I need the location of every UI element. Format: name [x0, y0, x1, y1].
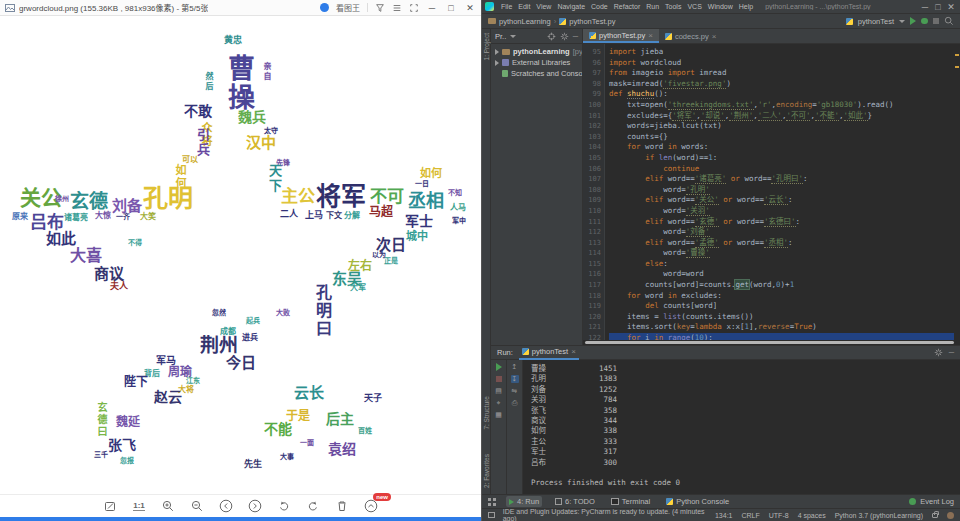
breadcrumb-project[interactable]: pythonLearning — [499, 17, 551, 26]
stop-button[interactable] — [496, 376, 502, 382]
filter-icon[interactable] — [375, 3, 385, 13]
run-console-output[interactable]: 曹操1451孔明1383刘备1252关羽784张飞358商议344如何338主公… — [523, 360, 960, 494]
maximize-button[interactable]: □ — [932, 0, 944, 14]
soft-wrap-icon[interactable]: ⇋ — [511, 387, 519, 395]
close-button[interactable]: ✕ — [945, 0, 957, 14]
lock-icon[interactable] — [932, 513, 938, 518]
breadcrumb-file[interactable]: pythonTest.py — [569, 17, 615, 26]
code-line: def shuchu(): — [609, 89, 954, 100]
event-log-button[interactable]: Event Log — [909, 497, 954, 506]
clear-icon[interactable]: ▦ — [495, 411, 503, 419]
editor[interactable]: 9596979899100101102103104105106107108109… — [583, 44, 960, 345]
hide-panel-icon[interactable]: ─ — [573, 32, 578, 41]
horizontal-scrollbar[interactable] — [583, 340, 960, 345]
tree-item[interactable]: pythonLearning [pytho — [491, 46, 582, 57]
chevron-down-icon[interactable] — [510, 35, 516, 38]
menu-window[interactable]: Window — [705, 3, 736, 10]
status-segment[interactable]: UTF-8 — [769, 512, 789, 519]
run-button[interactable] — [910, 17, 916, 25]
tree-item[interactable]: Scratches and Console — [491, 68, 582, 79]
menu-refactor[interactable]: Refactor — [611, 3, 643, 10]
stop-button[interactable] — [933, 18, 939, 24]
close-button[interactable]: ✕ — [464, 1, 476, 15]
up-stack-icon[interactable]: ↥ — [511, 363, 519, 371]
close-icon[interactable]: × — [571, 347, 576, 356]
menu-icon[interactable] — [392, 3, 402, 13]
toolwindow-button-4-run[interactable]: 4: Run — [506, 496, 542, 507]
tree-item[interactable]: External Libraries — [491, 57, 582, 68]
line-number: 113 — [583, 238, 601, 249]
stripe-structure-label[interactable]: 7: Structure — [483, 396, 490, 430]
wordcloud-word: 如此 — [46, 232, 76, 247]
maximize-button[interactable]: □ — [445, 1, 457, 15]
close-icon[interactable]: × — [648, 31, 653, 40]
wordcloud-word: 不敢 — [184, 104, 212, 118]
menu-vcs[interactable]: VCS — [684, 3, 704, 10]
editor-tab-pythonTest.py[interactable]: pythonTest.py× — [583, 29, 659, 43]
search-icon[interactable] — [944, 16, 954, 26]
line-number: 100 — [583, 100, 601, 111]
rotate-left-icon[interactable] — [276, 498, 292, 514]
down-stack-icon[interactable]: ↧ — [511, 375, 519, 383]
viewer-titlebar: grwordcloud.png (155.36KB , 981x936像素) -… — [0, 0, 481, 16]
toolwindow-button-terminal[interactable]: Terminal — [608, 496, 653, 507]
print-icon[interactable]: ⎙ — [511, 399, 519, 407]
menu-tools[interactable]: Tools — [662, 3, 684, 10]
status-segment[interactable]: 134:1 — [715, 512, 733, 519]
status-segment[interactable]: CRLF — [742, 512, 760, 519]
status-message[interactable]: IDE and Plugin Updates: PyCharm is ready… — [503, 508, 707, 521]
menu-file[interactable]: File — [498, 3, 515, 10]
line-number: 103 — [583, 132, 601, 143]
editor-code[interactable]: import jiebaimport wordcloudfrom imageio… — [605, 44, 954, 340]
expand-arrow-icon[interactable] — [495, 49, 499, 55]
edit-icon[interactable] — [102, 498, 118, 514]
stripe-project-label[interactable]: 1: Project — [483, 33, 490, 60]
project-panel-title[interactable]: Pr.. — [495, 32, 506, 41]
zoom-in-icon[interactable] — [160, 498, 176, 514]
stripe-favorites-label[interactable]: 2: Favorites — [483, 454, 490, 488]
wordcloud-word: 黄忠 — [224, 36, 242, 45]
fullscreen-icon[interactable] — [409, 3, 419, 13]
gear-icon[interactable] — [560, 32, 569, 41]
menu-run[interactable]: Run — [643, 3, 662, 10]
event-log-icon — [909, 498, 916, 505]
menu-edit[interactable]: Edit — [515, 3, 533, 10]
editor-tab-codecs.py[interactable]: codecs.py× — [659, 29, 722, 43]
run-config-select[interactable]: pythonTest — [858, 17, 894, 26]
zoom-out-icon[interactable] — [189, 498, 205, 514]
previous-image-icon[interactable] — [218, 498, 234, 514]
toolwindow-button-python-console[interactable]: Python Console — [663, 496, 732, 507]
code-line: for word in words: — [609, 142, 954, 153]
menu-view[interactable]: View — [533, 3, 554, 10]
code-line: word='曹操' — [609, 248, 954, 259]
minimize-button[interactable]: ─ — [919, 0, 931, 14]
expand-arrow-icon[interactable] — [495, 60, 499, 66]
tool-window-switcher-icon[interactable] — [488, 498, 496, 506]
status-segment[interactable]: 4 spaces — [798, 512, 826, 519]
more-tools-icon[interactable]: new — [363, 498, 379, 514]
console-row: 刘备1252 — [531, 385, 960, 395]
run-settings-icon[interactable]: ▤ — [495, 387, 503, 395]
pin-icon[interactable]: ⌖ — [495, 399, 503, 407]
menu-navigate[interactable]: Navigate — [554, 3, 588, 10]
terminal-icon — [611, 498, 619, 505]
chevron-down-icon[interactable] — [899, 20, 905, 23]
next-image-icon[interactable] — [247, 498, 263, 514]
actual-size-button[interactable]: 1:1 — [131, 498, 147, 514]
minimize-button[interactable]: ─ — [426, 1, 438, 15]
rerun-button[interactable] — [496, 363, 502, 371]
rotate-right-icon[interactable] — [305, 498, 321, 514]
run-tab[interactable]: pythonTest × — [519, 346, 579, 360]
status-segment[interactable]: Python 3.7 (pythonLearning) — [835, 512, 923, 519]
debug-button[interactable] — [921, 18, 928, 24]
close-icon[interactable]: × — [712, 32, 717, 41]
menu-code[interactable]: Code — [588, 3, 611, 10]
hector-inspection-icon[interactable] — [947, 512, 954, 519]
hide-panel-icon[interactable]: ─ — [949, 348, 954, 357]
toolwindow-button-6-todo[interactable]: 6: TODO — [552, 496, 598, 507]
menu-help[interactable]: Help — [736, 3, 756, 10]
gear-icon[interactable] — [934, 348, 943, 357]
window-icon[interactable] — [488, 512, 495, 518]
locate-icon[interactable] — [547, 32, 556, 41]
delete-icon[interactable] — [334, 498, 350, 514]
